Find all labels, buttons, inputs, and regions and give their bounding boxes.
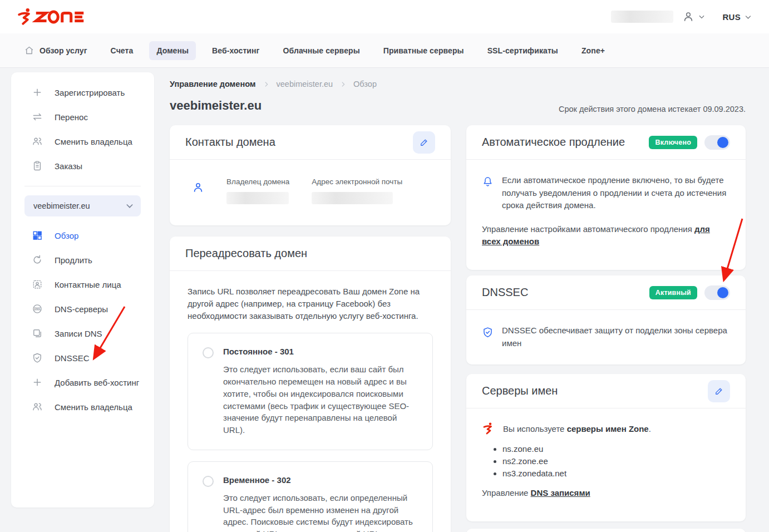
chevron-right-icon (339, 81, 347, 88)
bell-icon (482, 176, 494, 212)
contact-card-icon (32, 279, 43, 290)
dns-globe-icon: DNS (32, 303, 43, 314)
zone-logo[interactable] (17, 7, 86, 26)
sidebar: Зарегистрировать Перенос Сменить владель… (11, 72, 154, 508)
edit-contacts-button[interactable] (413, 131, 435, 154)
zone-runner-icon (19, 8, 29, 24)
edit-nameservers-button[interactable] (708, 380, 730, 402)
next-card-sliver (466, 529, 746, 532)
breadcrumb: Управление доменом veebimeister.eu Обзор (170, 80, 377, 88)
nameserver-item: ns3.zonedata.net (502, 469, 730, 478)
pencil-icon (419, 137, 429, 147)
user-icon (192, 181, 204, 204)
sidebar-item-register[interactable]: Зарегистрировать (11, 80, 154, 105)
svg-text:DNS: DNS (34, 307, 41, 311)
breadcrumb-overview: Обзор (353, 80, 377, 88)
dnssec-card: DNSSEC Активный DNSSEC обеспечивает защи… (466, 275, 746, 364)
status-badge: Включено (649, 136, 697, 149)
users-icon (32, 136, 43, 147)
sidebar-item-overview[interactable]: Обзор (11, 223, 154, 248)
chevron-down-icon (698, 13, 706, 21)
sidebar-item-orders[interactable]: Заказы (11, 154, 154, 178)
nav-item-services[interactable]: Обзор услуг (17, 40, 95, 61)
auto-renewal-description: Если автоматическое продление включено, … (502, 174, 730, 212)
main-nav: Обзор услуг Счета Домены Веб-хостинг Обл… (0, 33, 769, 68)
page-title: veebimeister.eu (170, 98, 262, 113)
sidebar-item-change-owner-2[interactable]: Сменить владельца (11, 395, 154, 419)
nav-item-ssl[interactable]: SSL-сертификаты (480, 41, 565, 60)
redacted-owner-value (226, 192, 289, 204)
records-icon (32, 328, 43, 339)
redacted-email-value (312, 192, 393, 204)
auto-renewal-card: Автоматическое продление Включено Если а… (466, 125, 746, 270)
dnssec-toggle[interactable] (704, 285, 730, 300)
users-icon (32, 401, 43, 412)
nav-item-invoices[interactable]: Счета (103, 41, 141, 60)
transfer-icon (32, 111, 43, 122)
nameserver-list: ns.zone.eu ns2.zone.ee ns3.zonedata.net (482, 444, 730, 478)
home-icon (24, 45, 34, 56)
plus-icon (32, 87, 43, 98)
breadcrumb-domain[interactable]: veebimeister.eu (277, 80, 333, 88)
nav-item-private-servers[interactable]: Приватные серверы (376, 41, 471, 60)
redirect-option-301: Постоянное - 301 Это следует использоват… (188, 333, 433, 450)
redirect-option-302: Временное - 302 Это следует использовать… (188, 461, 433, 532)
card-title: DNSSEC (482, 286, 528, 299)
redirect-domain-card: Переадресовать домен Запись URL позволяе… (170, 237, 451, 532)
redirect-description: Запись URL позволяет переадресовать Ваш … (188, 285, 433, 322)
domain-select[interactable]: veebimeister.eu (24, 195, 141, 216)
sidebar-item-dns-records[interactable]: Записи DNS (11, 321, 154, 346)
pencil-icon (714, 386, 724, 396)
plus-icon (32, 377, 43, 388)
email-label: Адрес электронной почты (312, 178, 402, 186)
top-header: RUS (0, 0, 769, 33)
language-label: RUS (722, 12, 741, 22)
account-menu[interactable] (682, 11, 706, 23)
card-title: Автоматическое продление (482, 136, 625, 149)
nav-item-webhosting[interactable]: Веб-хостинг (205, 41, 267, 60)
radio-301[interactable] (203, 347, 214, 358)
nameservers-intro: Вы используете серверы имен Zone. (503, 424, 651, 434)
dnssec-description: DNSSEC обеспечивает защиту от подделки з… (502, 324, 730, 349)
sidebar-divider (24, 186, 141, 186)
sidebar-item-transfer[interactable]: Перенос (11, 105, 154, 129)
zone-runner-icon (482, 422, 494, 435)
nav-item-domains[interactable]: Домены (149, 41, 196, 60)
option-302-description: Это следует использовать, если определен… (223, 492, 418, 532)
auto-renewal-manage-line: Управление настройками автоматического п… (466, 212, 746, 248)
user-icon (682, 11, 694, 23)
language-selector[interactable]: RUS (722, 12, 752, 22)
sidebar-item-dnssec[interactable]: DNSSEC (11, 346, 154, 370)
domain-expiry-note: Срок действия этого домена истекает 09.0… (559, 105, 746, 114)
shield-check-icon (482, 326, 494, 349)
breadcrumb-domain-management[interactable]: Управление доменом (170, 80, 256, 88)
auto-renewal-toggle[interactable] (704, 135, 730, 150)
dns-records-link[interactable]: DNS записями (531, 488, 590, 497)
sidebar-item-change-owner[interactable]: Сменить владельца (11, 129, 154, 154)
shield-check-icon (32, 352, 43, 363)
sidebar-item-add-webhosting[interactable]: Добавить веб-хостинг (11, 370, 154, 395)
card-title: Переадресовать домен (185, 247, 307, 260)
card-title: Серверы имен (482, 385, 558, 397)
name-servers-card: Серверы имен Вы используете серверы и (466, 374, 746, 521)
sidebar-item-contacts[interactable]: Контактные лица (11, 272, 154, 297)
chevron-right-icon (263, 81, 270, 88)
renew-icon (32, 254, 43, 265)
nav-item-cloud-servers[interactable]: Облачные серверы (276, 41, 367, 60)
chevron-down-icon (125, 201, 134, 210)
nameserver-item: ns.zone.eu (502, 444, 730, 454)
nav-item-zone-plus[interactable]: Zone+ (574, 41, 612, 60)
option-301-label[interactable]: Постоянное - 301 (223, 347, 418, 356)
grid-icon (32, 230, 43, 241)
sidebar-item-renew[interactable]: Продлить (11, 248, 154, 272)
radio-302[interactable] (203, 476, 214, 487)
nameservers-manage-line: Управление DNS записями (482, 488, 730, 497)
status-badge: Активный (649, 286, 697, 299)
sidebar-item-dns-servers[interactable]: DNS DNS-серверы (11, 297, 154, 321)
option-302-label[interactable]: Временное - 302 (223, 475, 418, 485)
redacted-username (611, 11, 673, 23)
chevron-down-icon (744, 13, 752, 21)
card-title: Контакты домена (185, 136, 275, 149)
clipboard-icon (32, 160, 43, 171)
option-301-description: Это следует использовать, если ваш сайт … (223, 363, 418, 436)
